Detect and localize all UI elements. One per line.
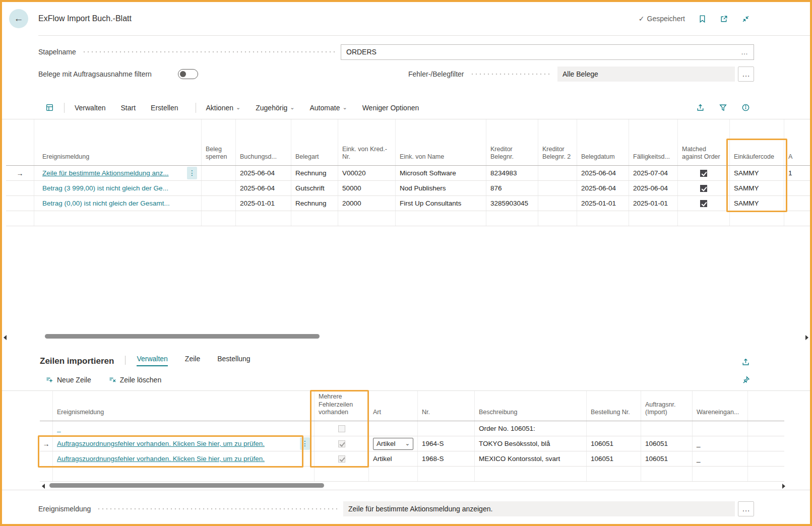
table-row[interactable]: _ Order No. 106051: <box>40 421 784 436</box>
belegart-cell[interactable]: Rechnung <box>291 166 338 180</box>
share-icon[interactable] <box>696 103 705 112</box>
column-header[interactable]: Fälligkeitsd... <box>629 119 678 165</box>
column-header[interactable]: Matched against Order <box>678 119 730 165</box>
kreditor-name-cell[interactable]: Nod Publishers <box>396 181 486 195</box>
action-automate[interactable]: Automate⌄ <box>310 104 347 112</box>
row-menu-icon[interactable]: ⋮ <box>300 437 310 450</box>
table-row-empty[interactable] <box>6 211 810 226</box>
scroll-left-arrow[interactable] <box>42 484 45 489</box>
neue-zeile-button[interactable]: Neue Zeile <box>45 376 91 384</box>
ereignismeldung-link[interactable]: Zeile für bestimmte Aktionsmeldung anz..… <box>42 169 185 177</box>
footer-lookup-button[interactable]: … <box>738 501 754 516</box>
action-start[interactable]: Start <box>120 104 136 112</box>
column-header[interactable]: Bestellung Nr. <box>587 391 641 421</box>
belegnr2-cell[interactable] <box>538 166 577 180</box>
action-verwalten[interactable]: Verwalten <box>75 104 105 112</box>
scroll-left-arrow[interactable] <box>4 335 7 340</box>
art-cell[interactable] <box>369 421 418 436</box>
beleg-sperren-cell[interactable] <box>202 196 236 211</box>
exception-filter-toggle[interactable] <box>178 69 198 79</box>
ereignismeldung-link[interactable]: Betrag (0,00) ist nicht gleich der Gesam… <box>42 200 197 207</box>
action-erstellen[interactable]: Erstellen <box>151 104 178 112</box>
belegart-cell[interactable]: Gutschrift <box>291 181 338 195</box>
nr-cell[interactable]: 1964-S <box>418 436 475 451</box>
tab-bestellung[interactable]: Bestellung <box>217 355 250 366</box>
stapelname-input[interactable]: ORDERS … <box>341 44 754 60</box>
column-header[interactable]: Ereignismeldung <box>53 391 315 421</box>
belegnr-cell[interactable]: 8234983 <box>486 166 538 180</box>
beschreibung-cell[interactable]: MEXICO Kontorsstol, svart <box>475 451 587 466</box>
belegnr2-cell[interactable] <box>538 196 577 211</box>
belegnr-cell[interactable]: 3285903045 <box>486 196 538 211</box>
collapse-icon[interactable] <box>741 15 750 23</box>
column-header-einkaeufercode[interactable]: Einkäufercode <box>730 119 784 165</box>
buchungsdatum-cell[interactable]: 2025-01-01 <box>236 196 291 211</box>
column-header[interactable]: Eink. von Name <box>396 119 486 165</box>
nr-cell[interactable]: 1968-S <box>418 451 475 466</box>
column-header[interactable]: Ereignismeldung <box>34 119 202 165</box>
ereignismeldung-link[interactable]: Betrag (3 999,00) ist nicht gleich der G… <box>42 184 197 192</box>
table-row[interactable]: → Zeile für bestimmte Aktionsmeldung anz… <box>6 166 810 181</box>
action-aktionen[interactable]: Aktionen⌄ <box>206 104 241 112</box>
filter-icon[interactable] <box>719 103 727 112</box>
kreditor-nr-cell[interactable]: V00020 <box>338 166 396 180</box>
share-icon[interactable] <box>741 358 750 366</box>
column-header[interactable]: Beleg sperren <box>202 119 236 165</box>
faelligkeitsdatum-cell[interactable]: 2025-06-04 <box>629 181 678 195</box>
einkaeufercode-cell[interactable]: SAMMY <box>730 181 784 195</box>
table-row[interactable]: Auftragszuordnungsfehler vorhanden. Klic… <box>40 451 784 467</box>
zeile-loeschen-button[interactable]: Zeile löschen <box>108 376 162 384</box>
belegfilter-lookup-button[interactable]: … <box>738 67 754 82</box>
info-icon[interactable] <box>741 103 750 112</box>
belegdatum-cell[interactable]: 2025-06-04 <box>577 181 629 195</box>
wareneingang-cell[interactable]: _ <box>693 436 748 451</box>
scrollbar-thumb[interactable] <box>45 334 320 339</box>
belegnr-cell[interactable]: 876 <box>486 181 538 195</box>
column-header[interactable]: Kreditor Belegnr. <box>486 119 538 165</box>
column-header[interactable]: Art <box>369 391 418 421</box>
bestellung-nr-cell[interactable]: 106051 <box>587 436 641 451</box>
buchungsdatum-cell[interactable]: 2025-06-04 <box>236 166 291 180</box>
belegdatum-cell[interactable]: 2025-01-01 <box>577 196 629 211</box>
footer-ereignismeldung-value[interactable]: Zeile für bestimmte Aktionsmeldung anzei… <box>343 501 735 516</box>
table-row[interactable]: Betrag (0,00) ist nicht gleich der Gesam… <box>6 196 810 211</box>
column-header[interactable]: Belegart <box>291 119 338 165</box>
bookmark-icon[interactable] <box>698 15 707 23</box>
auftragszuordnungsfehler-link[interactable]: Auftragszuordnungsfehler vorhanden. Klic… <box>57 455 265 463</box>
bestellung-nr-cell[interactable]: 106051 <box>587 451 641 466</box>
scrollbar-thumb[interactable] <box>49 483 324 488</box>
beleg-sperren-cell[interactable] <box>202 166 236 180</box>
open-in-new-window-icon[interactable] <box>720 15 728 23</box>
art-dropdown[interactable]: Artikel ⌄ <box>373 438 413 450</box>
nr-cell[interactable] <box>418 421 475 436</box>
auftragsnr-cell[interactable]: 106051 <box>641 436 693 451</box>
action-zugehoerig[interactable]: Zugehörig⌄ <box>256 104 294 112</box>
action-weniger-optionen[interactable]: Weniger Optionen <box>362 104 419 112</box>
beschreibung-cell[interactable]: Order No. 106051: <box>475 421 587 436</box>
kreditor-name-cell[interactable]: Microsoft Software <box>396 166 486 180</box>
cutoff-cell[interactable] <box>784 196 810 211</box>
column-header[interactable]: Eink. von Kred.-Nr. <box>338 119 396 165</box>
stapelname-lookup-icon[interactable]: … <box>741 48 748 56</box>
matched-checkbox[interactable] <box>700 185 707 192</box>
auftragsnr-cell[interactable] <box>641 421 693 436</box>
column-header[interactable]: Kreditor Belegnr. 2 <box>538 119 577 165</box>
back-button[interactable]: ← <box>9 9 28 28</box>
table-row[interactable]: → Auftragszuordnungsfehler vorhanden. Kl… <box>40 436 784 451</box>
scroll-right-arrow[interactable] <box>805 335 808 340</box>
wareneingang-cell[interactable]: _ <box>693 451 748 466</box>
einkaeufercode-cell[interactable]: SAMMY <box>730 196 784 211</box>
belegdatum-cell[interactable]: 2025-06-04 <box>577 166 629 180</box>
row-menu-icon[interactable]: ⋮ <box>187 167 197 179</box>
einkaeufercode-cell[interactable]: SAMMY <box>730 166 784 180</box>
beleg-sperren-cell[interactable] <box>202 181 236 195</box>
column-header[interactable]: Buchungsd... <box>236 119 291 165</box>
cutoff-cell[interactable] <box>784 181 810 195</box>
beschreibung-cell[interactable]: TOKYO Besöksstol, blå <box>475 436 587 451</box>
column-header[interactable]: Auftragsnr. (Import) <box>641 391 693 421</box>
tab-verwalten[interactable]: Verwalten <box>137 355 167 366</box>
wareneingang-cell[interactable] <box>693 421 748 436</box>
faelligkeitsdatum-cell[interactable]: 2025-07-04 <box>629 166 678 180</box>
buchungsdatum-cell[interactable]: 2025-06-04 <box>236 181 291 195</box>
column-header[interactable]: Belegdatum <box>577 119 629 165</box>
